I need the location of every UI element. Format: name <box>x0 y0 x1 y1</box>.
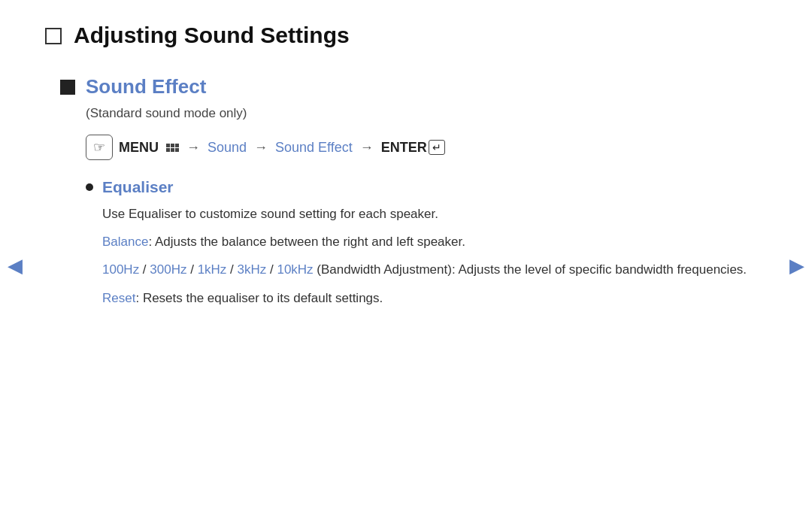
reset-line: Reset: Resets the equaliser to its defau… <box>102 288 752 308</box>
section-subtitle: (Standard sound mode only) <box>86 106 752 121</box>
subsection-body: Use Equaliser to customize sound setting… <box>102 204 752 308</box>
slash-2: / <box>186 262 197 277</box>
equaliser-description: Use Equaliser to customize sound setting… <box>102 204 752 224</box>
300hz-label: 300Hz <box>150 262 186 277</box>
arrow-3: → <box>360 140 374 156</box>
sound-effect-link[interactable]: Sound Effect <box>275 140 353 156</box>
bandwidth-line: 100Hz / 300Hz / 1kHz / 3kHz / 10kHz (Ban… <box>102 259 752 280</box>
section-title: Sound Effect <box>86 75 206 98</box>
section: Sound Effect (Standard sound mode only) … <box>60 75 752 308</box>
grid-cell-3 <box>175 144 179 147</box>
sound-link[interactable]: Sound <box>208 140 247 156</box>
grid-cell-2 <box>171 144 174 147</box>
menu-label: MENU <box>119 140 159 156</box>
menu-finger-icon: ☞ <box>93 139 105 156</box>
page-title: Adjusting Sound Settings <box>74 23 350 48</box>
grid-cell-6 <box>175 148 179 152</box>
balance-text: Adjusts the balance between the right an… <box>152 235 465 249</box>
menu-grid-icon <box>166 144 179 152</box>
balance-line: Balance: Adjusts the balance between the… <box>102 232 752 252</box>
menu-icon: ☞ <box>86 135 113 160</box>
3khz-label: 3kHz <box>238 262 267 277</box>
page-title-checkbox <box>45 28 62 44</box>
section-filled-square <box>60 80 75 95</box>
equaliser-title: Equaliser <box>102 178 174 196</box>
1khz-label: 1kHz <box>198 262 227 277</box>
arrow-2: → <box>254 140 268 156</box>
bandwidth-rest: (Bandwidth Adjustment): Adjusts the leve… <box>314 262 747 277</box>
slash-4: / <box>266 262 277 277</box>
reset-text: Resets the equaliser to its default sett… <box>139 291 383 305</box>
100hz-label: 100Hz <box>102 262 139 277</box>
enter-box: ↵ <box>429 140 445 155</box>
subsection: Equaliser Use Equaliser to customize sou… <box>86 178 752 308</box>
bullet-dot <box>86 183 93 191</box>
menu-path-row: ☞ MENU → Sound → Sound Effect → ENTER↵ <box>86 135 752 160</box>
10khz-label: 10kHz <box>277 262 313 277</box>
grid-cell-4 <box>166 148 170 152</box>
section-header-row: Sound Effect <box>60 75 752 98</box>
enter-label: ENTER↵ <box>381 140 445 156</box>
slash-1: / <box>139 262 150 277</box>
page-title-row: Adjusting Sound Settings <box>45 23 752 48</box>
balance-label: Balance <box>102 235 148 249</box>
grid-cell-5 <box>171 148 174 152</box>
page-container: Adjusting Sound Settings Sound Effect (S… <box>0 0 812 341</box>
arrow-1: → <box>186 140 200 156</box>
reset-label: Reset <box>102 291 135 305</box>
slash-3: / <box>226 262 237 277</box>
equaliser-bullet-row: Equaliser <box>86 178 752 196</box>
menu-icon-inner: ☞ <box>93 139 105 156</box>
grid-cell-1 <box>166 144 170 147</box>
